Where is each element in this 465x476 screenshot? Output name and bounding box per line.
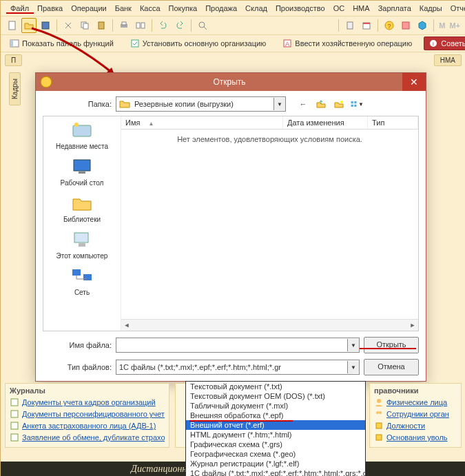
compare-icon[interactable]: [133, 18, 148, 33]
toolbar-actions: Показать панель функций Установить основ…: [1, 34, 465, 52]
annotation-open-underline: [360, 348, 416, 349]
journal-link[interactable]: Заявление об обмене, дубликате страховог…: [10, 433, 165, 442]
col-type[interactable]: Тип: [368, 116, 418, 129]
svg-rect-15: [402, 22, 409, 29]
svg-rect-8: [141, 23, 145, 28]
col-name[interactable]: Имя▲: [121, 116, 283, 129]
close-icon[interactable]: ✕: [402, 73, 426, 91]
filetype-option[interactable]: Внешняя обработка (*.epf): [186, 411, 365, 420]
back-icon[interactable]: ←: [296, 96, 311, 112]
filetype-option[interactable]: Журнал регистрации (*.lgf;*.elf): [186, 459, 365, 468]
undo-icon[interactable]: [156, 18, 171, 33]
new-folder-icon[interactable]: [331, 96, 347, 112]
help-icon[interactable]: ?: [382, 18, 397, 33]
menu-salary[interactable]: Зарплата: [374, 3, 415, 14]
menu-os[interactable]: ОС: [329, 3, 349, 14]
svg-rect-4: [99, 22, 104, 29]
dialog-title: Открыть: [56, 77, 402, 87]
filetype-option[interactable]: Географическая схема (*.geo): [186, 449, 365, 459]
svg-rect-18: [132, 40, 138, 47]
svg-text:?: ?: [388, 23, 391, 30]
place-pc[interactable]: Этот компьютер: [45, 229, 119, 260]
views-icon[interactable]: ▼: [349, 96, 364, 112]
filetype-option[interactable]: Табличный документ (*.mxl): [186, 401, 365, 411]
menu-ops[interactable]: Операции: [67, 3, 110, 14]
ref-link[interactable]: Должности: [374, 421, 457, 431]
menu-reports[interactable]: Отчеты: [446, 3, 465, 14]
filetype-option[interactable]: Текстовый документ OEM (DOS) (*.txt): [186, 391, 365, 401]
places-sidebar: Недавние места Рабочий стол Библиотеки Э…: [43, 116, 121, 331]
chevron-down-icon[interactable]: ▼: [347, 339, 359, 351]
find-icon[interactable]: [195, 18, 210, 33]
h-scrollbar[interactable]: ◄►: [121, 319, 418, 331]
journal-link[interactable]: Документы персонифицированного учета ПФ: [10, 409, 165, 419]
open-button[interactable]: Открыть: [364, 337, 419, 353]
journal-link[interactable]: Документы учета кадров организаций: [10, 397, 165, 407]
menu-nma[interactable]: НМА: [349, 3, 373, 14]
filetype-dropdown[interactable]: Текстовый документ (*.txt)Текстовый доку…: [185, 381, 366, 476]
menu-bank[interactable]: Банк: [111, 3, 136, 14]
chevron-down-icon[interactable]: ▼: [273, 98, 285, 110]
calendar-icon[interactable]: [359, 18, 374, 33]
tab-stub-b[interactable]: Кадры: [9, 72, 21, 105]
m-label: M: [437, 21, 446, 30]
new-doc-icon[interactable]: [5, 18, 20, 33]
tab-stub-c[interactable]: НМА: [434, 54, 462, 66]
paste-icon[interactable]: [94, 18, 109, 33]
menu-sell[interactable]: Продажа: [201, 3, 241, 14]
journals-title: Журналы: [10, 386, 165, 395]
cut-icon[interactable]: [61, 18, 76, 33]
list-header: Имя▲ Дата изменения Тип: [121, 116, 418, 130]
open-folder-icon[interactable]: [21, 18, 37, 33]
print-icon[interactable]: [116, 18, 132, 33]
menu-prod[interactable]: Производство: [271, 3, 329, 14]
col-date[interactable]: Дата изменения: [283, 116, 368, 129]
calc-icon[interactable]: [342, 18, 358, 33]
menu-cash[interactable]: Касса: [136, 3, 165, 14]
svg-rect-25: [351, 101, 353, 103]
ref-link[interactable]: Физические лица: [374, 397, 457, 407]
tips-button[interactable]: i Советы ▼: [424, 37, 465, 50]
chevron-down-icon[interactable]: ▼: [347, 361, 359, 373]
hoz-op-button[interactable]: А Ввести хозяйственную операцию: [278, 37, 417, 50]
tab-stub-a[interactable]: П: [5, 54, 22, 66]
style-icon[interactable]: [398, 18, 413, 33]
menu-hr[interactable]: Кадры: [415, 3, 446, 14]
copy-icon[interactable]: [77, 18, 92, 33]
menu-stock[interactable]: Склад: [241, 3, 271, 14]
show-panel-button[interactable]: Показать панель функций: [5, 37, 118, 50]
save-icon[interactable]: [38, 18, 53, 33]
svg-point-42: [376, 411, 379, 414]
empty-message: Нет элементов, удовлетворяющих условиям …: [121, 130, 418, 319]
place-libs[interactable]: Библиотеки: [45, 192, 119, 223]
filetype-option[interactable]: Внешний отчет (*.erf): [186, 420, 365, 430]
cube-icon[interactable]: [415, 18, 430, 33]
svg-point-24: [340, 101, 343, 103]
ref-link[interactable]: Основания уволь: [374, 433, 457, 442]
svg-point-30: [74, 123, 79, 127]
filetype-option[interactable]: HTML документ (*.htm;*.html): [186, 430, 365, 439]
filetype-option[interactable]: 1С файлы (*.txt;*.mxl;*.epf;*.erf;*.htm;…: [186, 468, 365, 476]
menu-buy[interactable]: Покупка: [165, 3, 202, 14]
set-org-button[interactable]: Установить основную организацию: [125, 37, 271, 50]
svg-rect-28: [354, 105, 356, 107]
redo-icon[interactable]: [172, 18, 187, 33]
filetype-option[interactable]: Текстовый документ (*.txt): [186, 382, 365, 391]
journal-link[interactable]: Анкета застрахованного лица (АДВ-1): [10, 421, 165, 431]
place-desktop[interactable]: Рабочий стол: [45, 156, 119, 187]
ref-link[interactable]: Сотрудники орган: [374, 409, 457, 419]
cancel-button[interactable]: Отмена: [364, 359, 419, 375]
refs-panel: правочники Физические лица Сотрудники ор…: [369, 383, 462, 448]
folder-select[interactable]: Резервные копии (выгрузки) ▼: [116, 96, 286, 112]
menu-edit[interactable]: Правка: [33, 3, 67, 14]
journals-panel: Журналы Документы учета кадров организац…: [5, 383, 169, 448]
place-net[interactable]: Сеть: [45, 265, 119, 296]
filetype-select[interactable]: 1С файлы (*.txt;*.mxl;*.epf;*.erf;*.htm;…: [116, 360, 360, 375]
filetype-label: Тип файлов:: [43, 363, 112, 371]
place-recent[interactable]: Недавние места: [45, 119, 119, 150]
filename-input[interactable]: ▼: [116, 338, 360, 353]
up-folder-icon[interactable]: [313, 96, 329, 112]
svg-point-43: [379, 411, 382, 414]
filetype-option[interactable]: Графическая схема (*.grs): [186, 439, 365, 449]
svg-rect-37: [11, 399, 18, 406]
